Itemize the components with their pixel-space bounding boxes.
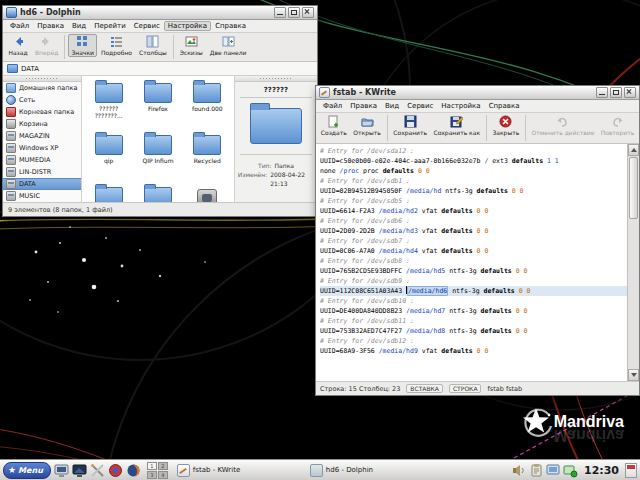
place-item-Сеть[interactable]: Сеть: [3, 94, 81, 106]
task-button-kwrite[interactable]: fstab - KWrite: [174, 462, 304, 478]
file-item[interactable]: Firefox: [133, 80, 182, 132]
place-item-MUSIC[interactable]: MUSIC: [3, 190, 81, 202]
place-item-MAGAZIN[interactable]: MAGAZIN: [3, 130, 81, 142]
save-as-icon: [450, 115, 463, 128]
menu-Справка[interactable]: Справка: [485, 101, 524, 111]
folder-icon: [95, 83, 123, 103]
show-desktop-icon[interactable]: [72, 463, 87, 478]
preview-icon: [185, 35, 198, 48]
scrollbar-thumb[interactable]: [629, 157, 638, 219]
system-monitor-icon[interactable]: [54, 463, 69, 478]
editor-line: UUID=68A9-3F56 /media/hd9 vfat defaults …: [320, 346, 627, 356]
details-view-button[interactable]: Подробно: [98, 34, 135, 57]
menu-Сервис[interactable]: Сервис: [130, 21, 164, 31]
open-button[interactable]: Открыть: [351, 114, 384, 137]
menu-Файл[interactable]: Файл: [319, 101, 346, 111]
back-button[interactable]: Назад: [5, 34, 31, 57]
scroll-up-arrow[interactable]: [628, 144, 639, 156]
minimize-button[interactable]: [274, 7, 286, 18]
file-item[interactable]: found.000: [183, 80, 232, 132]
editor-line: UUID=6614-F2A3 /media/hd2 vfat defaults …: [320, 206, 627, 216]
dolphin-titlebar[interactable]: hd6 - Dolphin: [3, 6, 317, 20]
menu-Перейти[interactable]: Перейти: [90, 21, 130, 31]
menu-Справка[interactable]: Справка: [211, 21, 250, 31]
maximize-button[interactable]: [610, 87, 622, 98]
klipper-clipboard-icon[interactable]: [529, 463, 544, 478]
volume-icon[interactable]: [512, 463, 527, 478]
system-tray: [512, 463, 578, 478]
network-status-icon[interactable]: [563, 463, 578, 478]
utilities-tools-icon[interactable]: [90, 463, 105, 478]
info-type-value: Папка: [275, 161, 294, 170]
preview-button[interactable]: Эскизы: [177, 34, 206, 57]
place-item-Домашняя папка[interactable]: Домашняя папка: [3, 82, 81, 94]
text-editor-area[interactable]: # Entry for /dev/sda12 :UUID=c50e0b00-e0…: [316, 144, 627, 381]
close-button[interactable]: [624, 87, 636, 98]
save-as-button[interactable]: Сохранить как: [431, 114, 483, 137]
file-item[interactable]: Thunderbird: [133, 184, 182, 202]
place-label: Домашняя папка: [19, 84, 77, 92]
kde-menu-button[interactable]: ★ Menu: [3, 462, 51, 479]
menu-Настройка[interactable]: Настройка: [437, 101, 484, 111]
file-item[interactable]: System Volume ...: [84, 184, 133, 202]
kwrite-toolbar: Создать Открыть Сохранить Сохранить как …: [316, 113, 639, 144]
place-item-Корзина[interactable]: Корзина: [3, 118, 81, 130]
file-item[interactable]: ?????? ???????...: [84, 80, 133, 132]
vertical-scrollbar[interactable]: [627, 144, 639, 381]
maximize-button[interactable]: [288, 7, 300, 18]
places-panel-grip[interactable]: [3, 76, 81, 82]
pager-desktop-3[interactable]: 3: [147, 471, 157, 479]
menu-Вид[interactable]: Вид: [381, 101, 403, 111]
file-item[interactable]: QIP Infium: [133, 132, 182, 184]
desktop-pager[interactable]: 1 2 3 4: [147, 462, 168, 479]
menu-Файл[interactable]: Файл: [6, 21, 33, 31]
task-button-dolphin[interactable]: hd6 - Dolphin: [307, 462, 437, 478]
file-view[interactable]: ?????? ???????...Firefoxfound.000qipQIP …: [82, 76, 235, 202]
info-panel-grip[interactable]: [235, 76, 317, 82]
split-view-button[interactable]: Две панели: [207, 34, 250, 57]
info-details: Тип:Папка Изменён:2008-04-22 21:13: [235, 161, 317, 188]
place-item-DATA[interactable]: DATA: [3, 178, 81, 190]
clock[interactable]: 12:30: [584, 464, 619, 477]
kwrite-window: fstab - KWrite ФайлПравкаВидСервисНастро…: [315, 85, 640, 396]
new-document-button[interactable]: Создать: [318, 114, 350, 137]
file-item[interactable]: Recycled: [183, 132, 232, 184]
kwrite-titlebar[interactable]: fstab - KWrite: [316, 86, 639, 100]
place-item-Windows XP[interactable]: Windows XP: [3, 142, 81, 154]
undo-button[interactable]: Отменить действие: [529, 114, 597, 137]
columns-view-button[interactable]: Столбцы: [136, 34, 170, 57]
icons-view-button[interactable]: Значки: [68, 34, 97, 57]
scroll-down-arrow[interactable]: [628, 369, 639, 381]
folder-icon: [95, 187, 123, 202]
place-item-Корневая папка[interactable]: Корневая папка: [3, 106, 81, 118]
menu-Правка[interactable]: Правка: [346, 101, 381, 111]
place-item-MUMEDIA[interactable]: MUMEDIA: [3, 154, 81, 166]
home-icon: [6, 83, 16, 93]
close-document-button[interactable]: Закрыть: [490, 114, 522, 137]
pager-desktop-1[interactable]: 1: [147, 462, 157, 470]
menu-Правка[interactable]: Правка: [33, 21, 68, 31]
display-settings-icon[interactable]: [546, 463, 561, 478]
close-button[interactable]: [302, 7, 314, 18]
save-button[interactable]: Сохранить: [391, 114, 430, 137]
menu-Сервис[interactable]: Сервис: [403, 101, 437, 111]
place-item-LIN-DISTR[interactable]: LIN-DISTR: [3, 166, 81, 178]
file-name: found.000: [192, 105, 223, 112]
firefox-icon[interactable]: [126, 463, 141, 478]
menu-Настройка[interactable]: Настройка: [164, 21, 211, 31]
pager-desktop-2[interactable]: 2: [158, 462, 168, 470]
location-breadcrumb[interactable]: DATA: [3, 62, 317, 76]
insert-mode-indicator[interactable]: ВСТАВКА: [406, 384, 443, 393]
pager-desktop-4[interactable]: 4: [158, 471, 168, 479]
folder-icon: [193, 83, 221, 103]
file-item[interactable]: putty.exe: [183, 184, 232, 202]
control-center-icon[interactable]: [108, 463, 123, 478]
panel-hide-icon[interactable]: [625, 463, 637, 478]
editor-line: # Entry for /dev/sdb9 :: [320, 276, 627, 286]
selection-mode-indicator[interactable]: СТРОКА: [449, 384, 482, 393]
minimize-button[interactable]: [596, 87, 608, 98]
forward-button[interactable]: Вперёд: [32, 34, 61, 57]
file-item[interactable]: qip: [84, 132, 133, 184]
redo-button[interactable]: Повторить: [598, 114, 637, 137]
menu-Вид[interactable]: Вид: [68, 21, 90, 31]
